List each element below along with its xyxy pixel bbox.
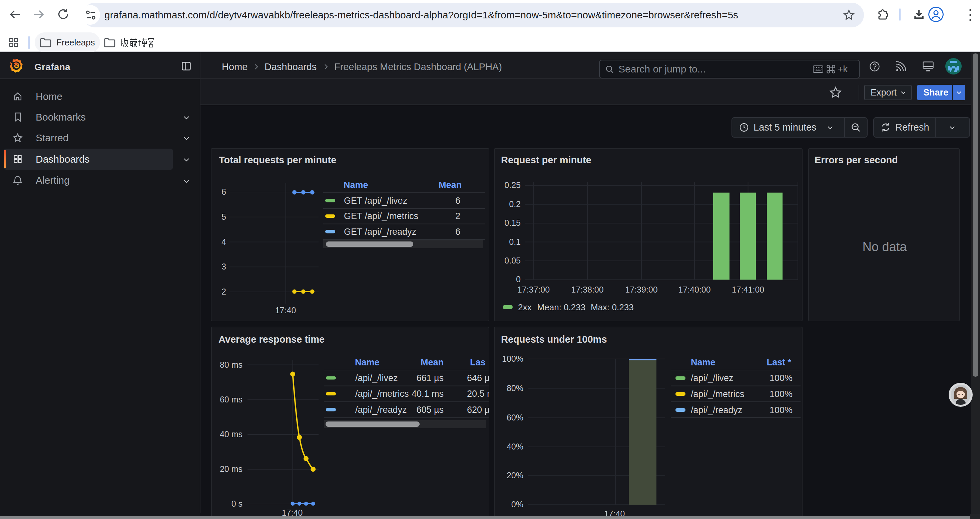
- svg-text:80 ms: 80 ms: [220, 360, 242, 369]
- svg-text:0.25: 0.25: [504, 180, 521, 190]
- svg-text:100%: 100%: [770, 389, 792, 399]
- svg-text:/api/_/livez: /api/_/livez: [355, 373, 398, 383]
- svg-text:17:41:00: 17:41:00: [732, 285, 764, 294]
- svg-text:40.1 ms: 40.1 ms: [412, 389, 444, 399]
- svg-text:0 s: 0 s: [231, 499, 242, 508]
- svg-text:20.5 ms: 20.5 ms: [467, 389, 489, 399]
- svg-text:0.05: 0.05: [504, 256, 521, 265]
- svg-text:Name: Name: [344, 180, 368, 190]
- svg-text:100%: 100%: [770, 405, 792, 415]
- svg-text:0.1: 0.1: [509, 237, 521, 246]
- svg-text:6: 6: [221, 187, 226, 196]
- svg-text:/api/_/readyz: /api/_/readyz: [355, 405, 407, 415]
- svg-text:6: 6: [455, 227, 460, 237]
- svg-text:661 µs: 661 µs: [416, 373, 444, 383]
- svg-text:Name: Name: [355, 357, 380, 367]
- svg-text:80%: 80%: [507, 383, 523, 393]
- svg-text:Mean: Mean: [439, 180, 461, 190]
- svg-text:2: 2: [221, 287, 226, 296]
- svg-text:40 ms: 40 ms: [220, 430, 242, 439]
- svg-text:/api/_/livez: /api/_/livez: [691, 373, 733, 383]
- svg-text:60%: 60%: [507, 413, 523, 422]
- svg-text:20 ms: 20 ms: [220, 464, 242, 474]
- svg-text:5: 5: [221, 212, 226, 222]
- svg-text:20%: 20%: [507, 471, 523, 480]
- svg-text:/api/_/readyz: /api/_/readyz: [691, 405, 743, 415]
- svg-text:/api/_/metrics: /api/_/metrics: [355, 389, 409, 399]
- svg-text:Max: 0.233: Max: 0.233: [591, 302, 634, 312]
- svg-text:/api/_/metrics: /api/_/metrics: [691, 389, 745, 399]
- svg-text:60 ms: 60 ms: [220, 395, 242, 404]
- svg-text:0: 0: [516, 275, 521, 284]
- svg-text:0.2: 0.2: [509, 200, 521, 209]
- svg-text:17:40:00: 17:40:00: [678, 285, 711, 294]
- svg-text:620 µs: 620 µs: [467, 405, 489, 415]
- svg-text:0.15: 0.15: [504, 218, 521, 227]
- svg-text:Mean: 0.233: Mean: 0.233: [538, 302, 586, 312]
- svg-text:2: 2: [455, 211, 460, 221]
- svg-text:Name: Name: [691, 357, 716, 367]
- svg-text:4: 4: [221, 237, 226, 246]
- svg-text:100%: 100%: [502, 354, 523, 363]
- svg-text:646 µs: 646 µs: [467, 373, 489, 383]
- svg-text:GET /api/_/readyz: GET /api/_/readyz: [344, 227, 416, 237]
- svg-text:0%: 0%: [511, 500, 523, 509]
- svg-text:Last *: Last *: [767, 357, 791, 367]
- svg-text:605 µs: 605 µs: [416, 405, 444, 415]
- svg-text:GET /api/_/metrics: GET /api/_/metrics: [344, 211, 418, 221]
- svg-text:GET /api/_/livez: GET /api/_/livez: [344, 196, 407, 206]
- svg-text:17:39:00: 17:39:00: [625, 285, 657, 294]
- svg-text:2xx: 2xx: [518, 302, 531, 312]
- svg-text:6: 6: [455, 196, 460, 206]
- svg-text:40%: 40%: [507, 442, 523, 451]
- svg-text:Mean: Mean: [421, 357, 444, 367]
- svg-text:17:37:00: 17:37:00: [517, 285, 550, 294]
- svg-text:17:40: 17:40: [275, 306, 296, 315]
- svg-text:100%: 100%: [770, 373, 792, 383]
- svg-text:3: 3: [221, 262, 226, 271]
- svg-text:Las: Las: [470, 357, 486, 367]
- svg-text:17:40: 17:40: [282, 508, 303, 517]
- svg-text:17:38:00: 17:38:00: [571, 285, 603, 294]
